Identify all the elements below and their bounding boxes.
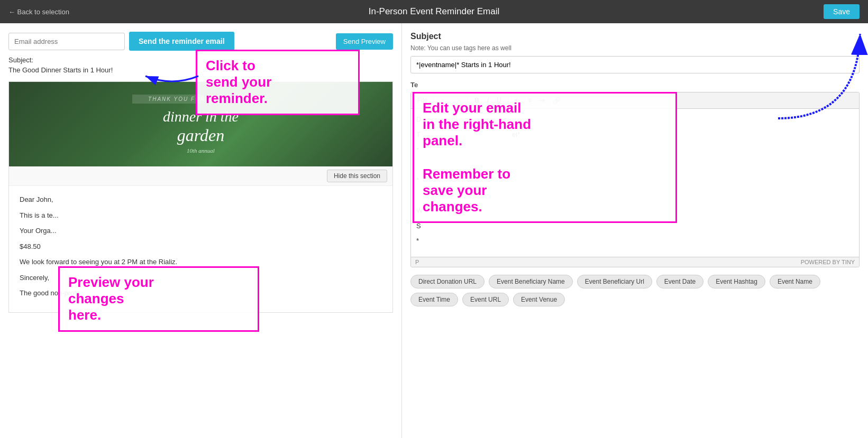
- subject-section-title: Subject: [410, 32, 860, 41]
- tag-chip[interactable]: Event Name: [770, 275, 820, 288]
- right-annotation: Edit your emailin the right-handpanel.Re…: [413, 92, 677, 223]
- body-line2: Your Orga...: [20, 226, 382, 236]
- right-annotation-text: Edit your emailin the right-handpanel.Re…: [423, 100, 667, 215]
- email-input[interactable]: [8, 33, 125, 50]
- tag-chip[interactable]: Event Time: [410, 293, 458, 306]
- hide-section-row: Hide this section: [9, 166, 392, 186]
- send-reminder-button[interactable]: Send the reminder email: [129, 32, 234, 51]
- editor-footer-right: POWERED BY TINY: [801, 259, 855, 265]
- body-line1: This is a te...: [20, 210, 382, 221]
- back-link[interactable]: ← Back to selection: [8, 8, 69, 16]
- hide-section-button[interactable]: Hide this section: [327, 170, 387, 182]
- tag-chip[interactable]: Event Beneficiary Url: [577, 275, 652, 288]
- tag-chip[interactable]: Event URL: [462, 293, 509, 306]
- amount: $48.50: [20, 241, 382, 252]
- main-layout: Send the reminder email Send Preview Sub…: [0, 23, 868, 438]
- banner-subtitle: 10th annual: [187, 147, 215, 154]
- body-line3: We look forward to seeing you at 2 PM at…: [20, 257, 382, 267]
- tags-row: Direct Donation URLEvent Beneficiary Nam…: [410, 275, 860, 306]
- editor-footer: P POWERED BY TINY: [411, 257, 859, 267]
- save-button[interactable]: Save: [824, 4, 860, 19]
- click-to-send-annotation: Click tosend yourreminder.: [196, 50, 360, 115]
- tag-chip[interactable]: Event Hashtag: [708, 275, 765, 288]
- top-bar: ← Back to selection In-Person Event Remi…: [0, 0, 868, 23]
- left-panel: Send the reminder email Send Preview Sub…: [0, 23, 402, 438]
- click-to-send-text: Click tosend yourreminder.: [206, 58, 350, 107]
- tag-chip[interactable]: Event Date: [656, 275, 703, 288]
- right-panel: Subject Note: You can use tags here as w…: [402, 23, 868, 438]
- send-preview-button[interactable]: Send Preview: [336, 33, 393, 50]
- greeting: Dear John,: [20, 194, 382, 205]
- editor-line-star3: *: [416, 236, 854, 247]
- template-label: Te: [410, 81, 860, 89]
- email-input-row: Send the reminder email Send Preview: [8, 32, 393, 51]
- subject-note: Note: You can use tags here as well: [410, 44, 860, 52]
- editor-footer-left: P: [415, 259, 419, 265]
- tag-chip[interactable]: Event Beneficiary Name: [489, 275, 573, 288]
- preview-changes-annotation: Preview yourchangeshere.: [58, 266, 259, 332]
- tag-chip[interactable]: Direct Donation URL: [410, 275, 485, 288]
- subject-field[interactable]: [410, 56, 860, 73]
- page-title: In-Person Event Reminder Email: [369, 6, 500, 17]
- tag-chip[interactable]: Event Venue: [513, 293, 565, 306]
- preview-changes-text: Preview yourchangeshere.: [68, 274, 249, 324]
